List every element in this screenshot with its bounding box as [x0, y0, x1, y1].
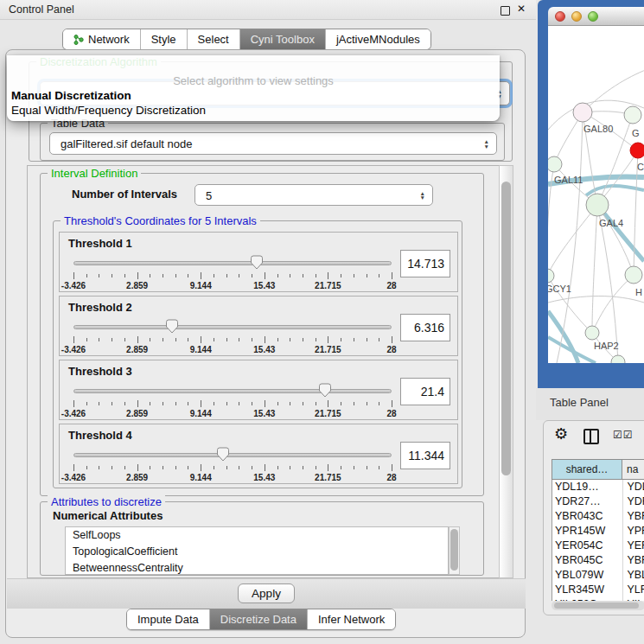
cell-name[interactable]: YDL1: [622, 480, 644, 494]
slider-thumb[interactable]: [166, 319, 179, 334]
node-gcy1[interactable]: [548, 269, 554, 283]
slider-track[interactable]: [73, 389, 392, 393]
slider-tick: [303, 338, 303, 341]
node-h[interactable]: [625, 266, 642, 284]
numerical-attributes-list[interactable]: SelfLoopsTopologicalCoefficientBetweenne…: [65, 526, 449, 575]
table-body[interactable]: YDL19…YDL1YDR27…YDR2YBR043CYBR0YPR145WYP…: [552, 480, 644, 601]
apply-button[interactable]: Apply: [238, 583, 295, 603]
table-row[interactable]: YDR27…YDR2: [552, 494, 644, 509]
table-header: shared… na: [552, 459, 644, 480]
threshold-value-field[interactable]: 11.344: [400, 442, 450, 469]
slider-tick: [112, 338, 112, 341]
cell-shared-name[interactable]: YLR345W: [552, 583, 622, 597]
table-row[interactable]: YDL19…YDL1: [552, 480, 644, 494]
attributes-scrollbar[interactable]: [449, 526, 460, 575]
cell-shared-name[interactable]: YBL079W: [552, 568, 622, 583]
close-icon[interactable]: ✕: [517, 3, 526, 15]
network-canvas[interactable]: GAL80 G C GAL11 GAL4 GCY1 H HAP2: [548, 26, 644, 363]
slider-track[interactable]: [73, 261, 392, 265]
option-equal-width-frequency[interactable]: Equal Width/Frequency Discretization: [7, 103, 500, 118]
table-panel: ⚙ ☑☑ shared… na YDL19…YDL1YDR27…YDR2YBR0…: [543, 420, 644, 615]
threshold-value-field[interactable]: 21.4: [400, 378, 450, 405]
panel-scrollbar-thumb[interactable]: [501, 182, 511, 475]
cell-shared-name[interactable]: YER054C: [552, 539, 622, 553]
table-hscrollbar[interactable]: [552, 601, 644, 610]
cell-shared-name[interactable]: YPR145W: [552, 524, 622, 539]
column-header-shared-name[interactable]: shared…: [552, 459, 622, 480]
threshold-slider[interactable]: -3.4262.8599.14415.4321.71528: [73, 255, 392, 291]
split-columns-icon[interactable]: [583, 429, 599, 444]
threshold-label: Threshold 4: [68, 429, 132, 442]
tab-style[interactable]: Style: [141, 29, 188, 49]
attribute-list-item[interactable]: TopologicalCoefficient: [66, 544, 448, 560]
network-window-titlebar[interactable]: [548, 7, 644, 26]
node-gal80[interactable]: [573, 103, 592, 122]
slider-tick: [379, 338, 379, 341]
threshold-value-field[interactable]: 14.713: [400, 250, 450, 277]
cell-shared-name[interactable]: YBR043C: [552, 509, 622, 524]
cell-shared-name[interactable]: YBR045C: [552, 553, 622, 568]
close-traffic-light-icon[interactable]: [555, 11, 565, 22]
slider-track[interactable]: [73, 325, 392, 329]
table-row[interactable]: YBR045CYBR0: [552, 553, 644, 568]
slider-tick: [316, 274, 316, 277]
cell-name[interactable]: YBR0: [622, 553, 644, 568]
node-gal4[interactable]: [586, 194, 609, 216]
cell-name[interactable]: YER0: [622, 539, 644, 553]
threshold-slider[interactable]: -3.4262.8599.14415.4321.71528: [73, 383, 392, 419]
node-partial-bottom[interactable]: [611, 355, 625, 363]
threshold-slider[interactable]: -3.4262.8599.14415.4321.71528: [73, 447, 392, 483]
slider-track[interactable]: [73, 453, 392, 457]
node-red-selected[interactable]: [630, 143, 644, 158]
table-row[interactable]: YER054CYER0: [552, 539, 644, 553]
tab-impute-data[interactable]: Impute Data: [127, 609, 210, 629]
tab-discretize-data[interactable]: Discretize Data: [210, 609, 308, 629]
table-row[interactable]: YLR345WYLR3: [552, 583, 644, 597]
node-hap2[interactable]: [585, 326, 599, 340]
column-header-name[interactable]: na: [622, 459, 644, 480]
panel-scrollbar[interactable]: [499, 165, 513, 578]
slider-thumb[interactable]: [251, 255, 264, 270]
tab-network-label: Network: [88, 33, 130, 46]
node-label-partial-h: H: [635, 287, 642, 297]
cell-shared-name[interactable]: YDL19…: [552, 480, 622, 494]
slider-tick-label: 2.859: [126, 281, 148, 290]
threshold-value-field[interactable]: 6.316: [400, 314, 450, 341]
slider-thumb[interactable]: [318, 383, 331, 398]
popup-placeholder: Select algorithm to view settings: [7, 74, 500, 88]
zoom-traffic-light-icon[interactable]: [588, 11, 598, 22]
cell-name[interactable]: YPR1: [622, 524, 644, 539]
num-intervals-combobox[interactable]: 5 ▲▼: [194, 184, 433, 206]
slider-thumb[interactable]: [216, 447, 229, 462]
cell-name[interactable]: YBR0: [622, 509, 644, 524]
table-hscrollbar-thumb[interactable]: [554, 603, 639, 609]
tab-select[interactable]: Select: [188, 29, 240, 49]
cell-name[interactable]: YBL0: [622, 568, 644, 583]
attributes-group-title: Attributes to discretize: [48, 495, 165, 508]
table-row[interactable]: YBR043CYBR0: [552, 509, 644, 524]
attribute-list-item[interactable]: SelfLoops: [66, 527, 448, 544]
cell-name[interactable]: YDR2: [622, 494, 644, 509]
attributes-scrollbar-thumb[interactable]: [450, 529, 458, 571]
table-row[interactable]: YPR145WYPR1: [552, 524, 644, 539]
threshold-slider[interactable]: -3.4262.8599.14415.4321.71528: [73, 319, 392, 355]
select-columns-icon[interactable]: ☑☑: [613, 429, 634, 441]
tab-jactivemnodules[interactable]: jActiveMNodules: [326, 29, 430, 49]
slider-tick: [201, 272, 201, 279]
node-unlabeled[interactable]: [624, 106, 641, 124]
float-window-icon[interactable]: [501, 6, 510, 16]
cell-name[interactable]: YLR3: [622, 583, 644, 597]
minimize-traffic-light-icon[interactable]: [571, 11, 582, 22]
option-manual-discretization[interactable]: Manual Discretization: [7, 88, 500, 103]
slider-tick-label: 15.43: [253, 409, 275, 418]
network-window: GAL80 G C GAL11 GAL4 GCY1 H HAP2: [538, 0, 644, 388]
gear-icon[interactable]: ⚙: [554, 424, 568, 443]
table-row[interactable]: YBL079WYBL0: [552, 568, 644, 583]
tab-network[interactable]: Network: [63, 29, 141, 49]
cell-shared-name[interactable]: YDR27…: [552, 494, 622, 509]
tab-cyni-toolbox[interactable]: Cyni Toolbox: [240, 29, 326, 49]
node-gal11[interactable]: [548, 156, 562, 172]
attribute-list-item[interactable]: BetweennessCentrality: [66, 560, 448, 575]
table-data-combobox[interactable]: galFiltered.sif default node ▲▼: [49, 132, 497, 155]
tab-infer-network[interactable]: Infer Network: [308, 609, 395, 629]
